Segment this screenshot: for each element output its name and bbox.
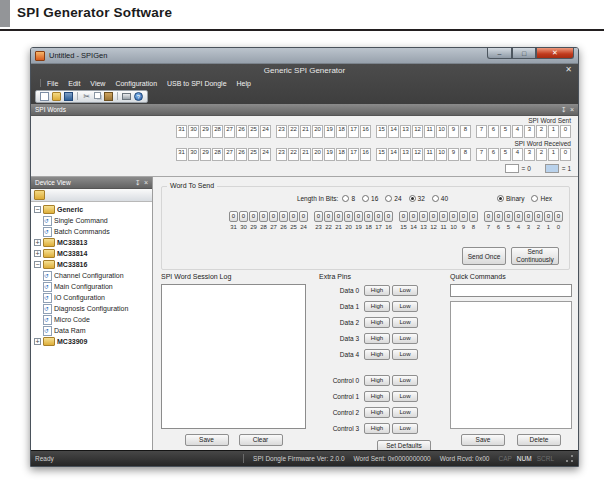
length-32-radio[interactable]: 32 [409, 195, 425, 202]
open-folder-icon[interactable] [52, 92, 61, 101]
menu-view[interactable]: View [90, 80, 105, 87]
bit-toggle-button[interactable]: 0 [384, 211, 393, 222]
bit-toggle-button[interactable]: 0 [399, 211, 408, 222]
bit-toggle-button[interactable]: 0 [364, 211, 373, 222]
bit-toggle-button[interactable]: 0 [469, 211, 478, 222]
tree-item-mc33813[interactable]: MC33813 [31, 237, 152, 248]
pin-high-button[interactable]: High [364, 423, 390, 434]
bit-toggle-button[interactable]: 0 [289, 211, 298, 222]
tree-expander-icon[interactable] [34, 239, 41, 246]
tree-item-channel-configuration[interactable]: Channel Configuration [31, 270, 152, 281]
spi-words-panel-header[interactable]: SPI Words ↧ × [31, 104, 578, 116]
close-icon[interactable]: × [144, 178, 148, 187]
length-8-radio[interactable]: 8 [342, 195, 355, 202]
tree-expander-icon[interactable] [34, 206, 41, 213]
pin-low-button[interactable]: Low [392, 333, 418, 344]
tree-expander-icon[interactable] [34, 261, 41, 268]
bit-toggle-button[interactable]: 0 [409, 211, 418, 222]
pin-low-button[interactable]: Low [392, 391, 418, 402]
bit-toggle-button[interactable]: 0 [544, 211, 553, 222]
bit-toggle-button[interactable]: 0 [504, 211, 513, 222]
tree-item-micro-code[interactable]: Micro Code [31, 314, 152, 325]
menu-help[interactable]: Help [237, 80, 251, 87]
window-titlebar[interactable]: Untitled - SPIGen – □ ✕ [31, 48, 578, 64]
mdi-close-icon[interactable]: ✕ [565, 65, 572, 75]
minimize-button[interactable]: – [487, 48, 512, 59]
quick-commands-list[interactable] [450, 301, 572, 429]
new-document-icon[interactable] [40, 92, 49, 101]
pin-high-button[interactable]: High [364, 317, 390, 328]
bit-toggle-button[interactable]: 0 [259, 211, 268, 222]
device-view-panel-header[interactable]: Device View ↧ × [31, 177, 152, 189]
close-icon[interactable]: × [570, 105, 574, 114]
bit-toggle-button[interactable]: 0 [324, 211, 333, 222]
device-view-folder-icon[interactable] [34, 190, 45, 200]
length-24-radio[interactable]: 24 [385, 195, 401, 202]
pin-high-button[interactable]: High [364, 407, 390, 418]
bit-toggle-button[interactable]: 0 [299, 211, 308, 222]
bit-toggle-button[interactable]: 0 [419, 211, 428, 222]
format-hex-radio[interactable]: Hex [531, 195, 552, 202]
tree-item-batch-commands[interactable]: Batch Commands [31, 226, 152, 237]
bit-toggle-button[interactable]: 0 [314, 211, 323, 222]
pin-icon[interactable]: ↧ [561, 105, 567, 114]
pin-high-button[interactable]: High [364, 349, 390, 360]
tree-item-diagnosis-configuration[interactable]: Diagnosis Configuration [31, 303, 152, 314]
tree-item-main-configuration[interactable]: Main Configuration [31, 281, 152, 292]
save-icon[interactable] [64, 92, 73, 101]
tree-expander-icon[interactable] [34, 338, 41, 345]
pin-high-button[interactable]: High [364, 333, 390, 344]
bit-toggle-button[interactable]: 0 [239, 211, 248, 222]
length-16-radio[interactable]: 16 [362, 195, 378, 202]
bit-toggle-button[interactable]: 0 [484, 211, 493, 222]
tree-item-single-command[interactable]: Single Command [31, 215, 152, 226]
pin-icon[interactable]: ↧ [135, 178, 141, 187]
send-once-button[interactable]: Send Once [462, 247, 506, 265]
tree-item-mc33909[interactable]: MC33909 [31, 336, 152, 347]
send-continuously-button[interactable]: Send Continuously [511, 247, 559, 265]
bit-toggle-button[interactable]: 0 [524, 211, 533, 222]
pin-low-button[interactable]: Low [392, 317, 418, 328]
quick-save-button[interactable]: Save [461, 434, 505, 446]
bit-toggle-button[interactable]: 0 [429, 211, 438, 222]
pin-low-button[interactable]: Low [392, 285, 418, 296]
maximize-button[interactable]: □ [512, 48, 536, 59]
copy-icon[interactable] [94, 92, 101, 99]
format-binary-radio[interactable]: Binary [497, 195, 524, 202]
pin-high-button[interactable]: High [364, 301, 390, 312]
pin-high-button[interactable]: High [364, 391, 390, 402]
pin-high-button[interactable]: High [364, 375, 390, 386]
bit-toggle-button[interactable]: 0 [334, 211, 343, 222]
pin-high-button[interactable]: High [364, 285, 390, 296]
bit-toggle-button[interactable]: 0 [344, 211, 353, 222]
resize-grip[interactable] [565, 454, 574, 463]
tree-item-mc33814[interactable]: MC33814 [31, 248, 152, 259]
bit-toggle-button[interactable]: 0 [229, 211, 238, 222]
pin-low-button[interactable]: Low [392, 423, 418, 434]
paste-icon[interactable] [104, 92, 113, 101]
length-40-radio[interactable]: 40 [432, 195, 448, 202]
log-save-button[interactable]: Save [185, 434, 229, 446]
tree-item-mc33816[interactable]: MC33816 [31, 259, 152, 270]
pin-low-button[interactable]: Low [392, 349, 418, 360]
menu-usb-to-spi-dongle[interactable]: USB to SPI Dongle [167, 80, 227, 87]
bit-toggle-button[interactable]: 0 [279, 211, 288, 222]
session-log-textarea[interactable] [161, 284, 306, 429]
log-clear-button[interactable]: Clear [239, 434, 283, 446]
bit-toggle-button[interactable]: 0 [269, 211, 278, 222]
tree-expander-icon[interactable] [34, 250, 41, 257]
tree-item-data-ram[interactable]: Data Ram [31, 325, 152, 336]
pin-low-button[interactable]: Low [392, 301, 418, 312]
bit-toggle-button[interactable]: 0 [354, 211, 363, 222]
menu-edit[interactable]: Edit [68, 80, 80, 87]
help-icon[interactable]: ? [134, 92, 143, 101]
close-button[interactable]: ✕ [536, 48, 574, 59]
pin-low-button[interactable]: Low [392, 407, 418, 418]
bit-toggle-button[interactable]: 0 [534, 211, 543, 222]
bit-toggle-button[interactable]: 0 [449, 211, 458, 222]
pin-low-button[interactable]: Low [392, 375, 418, 386]
bit-toggle-button[interactable]: 0 [374, 211, 383, 222]
bit-toggle-button[interactable]: 0 [554, 211, 563, 222]
bit-toggle-button[interactable]: 0 [514, 211, 523, 222]
bit-toggle-button[interactable]: 0 [459, 211, 468, 222]
